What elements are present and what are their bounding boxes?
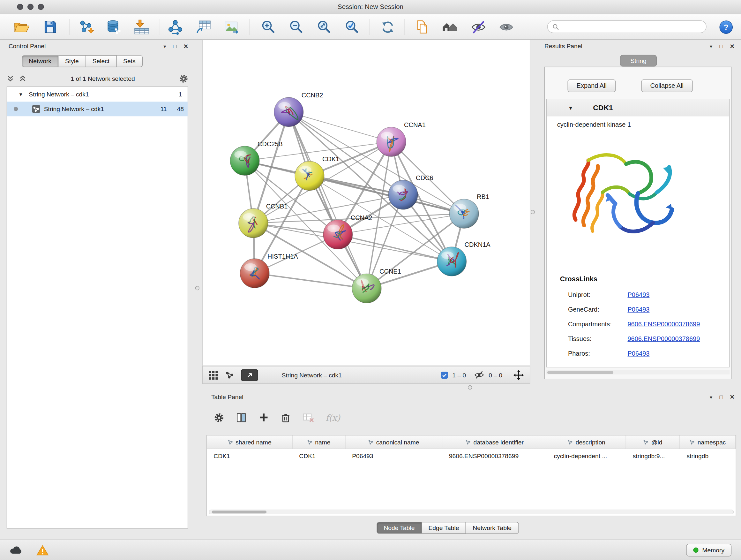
column-header--id[interactable]: @id xyxy=(626,435,680,449)
network-edge-HIST1H1A-CCNE1[interactable] xyxy=(255,273,367,288)
gear-icon[interactable] xyxy=(179,74,188,83)
tab-node-table[interactable]: Node Table xyxy=(377,522,421,534)
tab-style[interactable]: Style xyxy=(58,55,86,67)
new-network-from-selection-button[interactable] xyxy=(165,17,186,37)
table-cell[interactable]: CDK1 xyxy=(293,452,346,459)
network-node-CCNB2[interactable]: CCNB2 xyxy=(274,91,323,127)
help-button[interactable]: ? xyxy=(719,19,734,35)
warnings-button[interactable] xyxy=(34,543,51,557)
gene-section-header[interactable]: ▼ CDK1 xyxy=(547,99,729,116)
panel-float-icon[interactable]: □ xyxy=(719,44,723,49)
table-cell[interactable]: P06493 xyxy=(345,452,442,459)
network-node-CDK1[interactable]: CDK1 xyxy=(295,155,339,191)
memory-button[interactable]: Memory xyxy=(686,544,731,557)
delete-column-trash-icon[interactable] xyxy=(281,413,291,422)
panel-collapse-icon[interactable]: ▾ xyxy=(163,44,166,49)
column-header-database-identifier[interactable]: database identifier xyxy=(442,435,547,449)
cloud-button[interactable] xyxy=(8,543,24,557)
scrollbar-thumb[interactable] xyxy=(547,371,613,374)
panel-collapse-icon[interactable]: ▾ xyxy=(710,44,712,49)
crosslink-tissues-link[interactable]: 9606.ENSP00000378699 xyxy=(628,335,700,342)
network-graph[interactable]: CCNB2CCNA1CDC25BCDK1CDC6RB1CCNB1CCNA2CDK… xyxy=(203,40,530,366)
splitter-handle[interactable] xyxy=(195,286,199,290)
open-session-button[interactable] xyxy=(11,17,31,37)
export-image-button[interactable] xyxy=(221,17,242,37)
network-node-CCNB1[interactable]: CCNB1 xyxy=(239,203,288,238)
table-cell[interactable]: CDK1 xyxy=(207,452,293,459)
network-node-CDKN1A[interactable]: CDKN1A xyxy=(437,241,491,276)
zoom-out-button[interactable] xyxy=(285,17,306,37)
column-header-description[interactable]: description xyxy=(547,435,626,449)
selected-checkbox-icon[interactable] xyxy=(441,371,448,378)
search-input[interactable] xyxy=(562,23,701,30)
tab-edge-table[interactable]: Edge Table xyxy=(422,522,466,534)
results-horizontal-scrollbar[interactable] xyxy=(546,370,730,374)
network-overview-button[interactable] xyxy=(225,370,234,380)
import-network-file-button[interactable] xyxy=(76,17,96,37)
add-column-plus-icon[interactable] xyxy=(259,412,269,423)
show-all-button[interactable] xyxy=(495,17,516,37)
network-edge-CCNB2-CCNE1[interactable] xyxy=(289,112,367,288)
pan-mode-button[interactable] xyxy=(513,369,524,380)
network-edge-count: 48 xyxy=(173,105,184,112)
search-box[interactable] xyxy=(547,20,706,33)
crosslink-uniprot-link[interactable]: P06493 xyxy=(628,291,650,298)
network-node-CCNA1[interactable]: CCNA1 xyxy=(377,121,426,157)
table-horizontal-scrollbar[interactable] xyxy=(209,509,734,514)
table-settings-gear-icon[interactable] xyxy=(214,413,224,422)
network-view-canvas[interactable]: CCNB2CCNA1CDC25BCDK1CDC6RB1CCNB1CCNA2CDK… xyxy=(202,40,530,366)
splitter-handle[interactable] xyxy=(531,210,535,214)
tab-select[interactable]: Select xyxy=(86,55,117,67)
panel-float-icon[interactable]: □ xyxy=(173,44,177,49)
tab-network-table[interactable]: Network Table xyxy=(466,522,519,534)
scrollbar-thumb[interactable] xyxy=(212,510,266,513)
panel-collapse-icon[interactable]: ▾ xyxy=(710,395,712,400)
save-session-button[interactable] xyxy=(40,17,60,37)
copy-button[interactable] xyxy=(412,17,432,37)
collapse-all-button[interactable]: Collapse All xyxy=(641,79,692,92)
zoom-in-button[interactable] xyxy=(258,17,278,37)
column-header-name[interactable]: name xyxy=(293,435,346,449)
table-cell[interactable]: stringdb xyxy=(680,452,736,459)
tab-sets[interactable]: Sets xyxy=(117,55,142,67)
refresh-button[interactable] xyxy=(377,17,398,37)
tab-network[interactable]: Network xyxy=(22,55,58,67)
expand-all-chevrons-icon[interactable] xyxy=(7,75,14,82)
network-row[interactable]: String Network – cdk1 11 48 xyxy=(7,102,188,116)
grid-view-button[interactable] xyxy=(208,370,218,380)
svg-text:?: ? xyxy=(724,23,729,31)
import-network-database-button[interactable] xyxy=(103,17,124,37)
table-row[interactable]: CDK1CDK1P064939606.ENSP00000378699cyclin… xyxy=(207,449,736,462)
panel-close-icon[interactable]: × xyxy=(730,393,734,401)
collapse-all-chevrons-icon[interactable] xyxy=(19,75,26,82)
column-header-namespac[interactable]: namespac xyxy=(680,435,736,449)
column-header-canonical-name[interactable]: canonical name xyxy=(345,435,442,449)
table-cell[interactable]: stringdb:9... xyxy=(626,452,680,459)
home-button[interactable] xyxy=(440,17,461,37)
expand-all-button[interactable]: Expand All xyxy=(567,79,616,92)
network-collection-row[interactable]: ▼ String Network – cdk1 1 xyxy=(7,87,188,102)
zoom-selected-button[interactable] xyxy=(341,17,362,37)
network-from-table-button[interactable] xyxy=(193,17,213,37)
panel-close-icon[interactable]: × xyxy=(184,43,188,50)
crosslink-pharos-link[interactable]: P06493 xyxy=(628,350,650,357)
zoom-fit-button[interactable] xyxy=(313,17,334,37)
panel-close-icon[interactable]: × xyxy=(730,43,734,50)
tab-string[interactable]: String xyxy=(620,55,657,67)
splitter-handle[interactable] xyxy=(468,385,472,389)
select-columns-icon[interactable] xyxy=(236,412,247,423)
import-table-button[interactable] xyxy=(131,17,152,37)
column-header-shared-name[interactable]: shared name xyxy=(207,435,293,449)
crosslink-genecard-link[interactable]: P06493 xyxy=(628,306,650,313)
network-node-HIST1H1A[interactable]: HIST1H1A xyxy=(240,253,298,288)
tree-expand-icon[interactable]: ▼ xyxy=(18,91,24,97)
hidden-eye-slash-icon[interactable] xyxy=(474,370,484,380)
panel-float-icon[interactable]: □ xyxy=(719,394,723,400)
section-expand-icon[interactable]: ▼ xyxy=(568,105,573,111)
table-cell[interactable]: 9606.ENSP00000378699 xyxy=(442,452,547,459)
network-node-RB1[interactable]: RB1 xyxy=(449,193,489,228)
crosslink-compartments-link[interactable]: 9606.ENSP00000378699 xyxy=(628,320,700,327)
hide-selected-button[interactable] xyxy=(468,17,488,37)
birdseye-view-button[interactable] xyxy=(241,369,258,381)
table-cell[interactable]: cyclin-dependent ... xyxy=(547,452,626,459)
